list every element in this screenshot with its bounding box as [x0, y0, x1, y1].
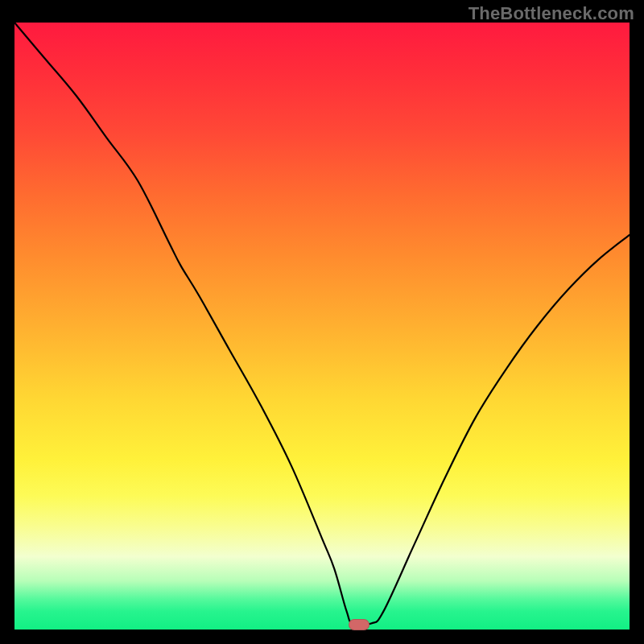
chart-plot-area [14, 23, 630, 630]
watermark-text: TheBottleneck.com [469, 3, 634, 24]
curve-path [14, 23, 630, 625]
chart-frame: TheBottleneck.com [0, 0, 644, 644]
optimal-point-marker [349, 619, 369, 630]
bottleneck-curve [14, 23, 630, 630]
